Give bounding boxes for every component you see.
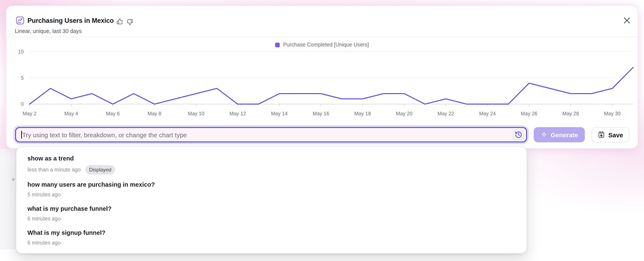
page-title: Purchasing Users in Mexico	[28, 17, 114, 24]
history-query: what is my purchase funnel?	[28, 204, 516, 213]
svg-text:5: 5	[21, 75, 24, 81]
svg-text:May 30: May 30	[604, 111, 621, 116]
ai-prompt-field[interactable]	[15, 127, 527, 142]
screen: + Purchasing Users in Mexico	[0, 0, 644, 261]
svg-text:May 2: May 2	[22, 111, 36, 116]
prompt-input[interactable]	[22, 131, 512, 138]
svg-text:May 24: May 24	[479, 111, 496, 116]
chart-subtitle: Linear, unique, last 30 days	[15, 28, 82, 34]
page-left-gutter	[0, 149, 16, 249]
svg-text:May 16: May 16	[313, 111, 330, 116]
trend-chart-svg: 0510May 2May 4May 6May 8May 10May 12May …	[6, 48, 638, 120]
history-timestamp: 6 minutes ago	[28, 240, 61, 247]
history-clock-icon	[514, 131, 522, 139]
history-timestamp: 6 minutes ago	[28, 215, 61, 223]
sparkle-icon	[540, 131, 548, 138]
svg-text:May 22: May 22	[438, 111, 454, 116]
thumbs-up-icon[interactable]	[117, 18, 123, 24]
history-button[interactable]	[512, 129, 524, 140]
history-query: What is my signup funnel?	[28, 229, 516, 237]
header-divider	[6, 37, 638, 37]
generate-button-label: Generate	[550, 131, 578, 138]
history-item[interactable]: how many users are purchasing in mexico?…	[16, 177, 526, 202]
svg-text:May 4: May 4	[64, 111, 78, 116]
history-item[interactable]: what is my purchase funnel? 6 minutes ag…	[16, 202, 526, 226]
svg-text:May 18: May 18	[354, 111, 371, 116]
svg-text:10: 10	[18, 49, 24, 54]
generate-button[interactable]: Generate	[534, 127, 585, 142]
thumbs-down-icon[interactable]	[127, 19, 133, 25]
svg-text:May 8: May 8	[148, 111, 161, 116]
save-button[interactable]: Save	[592, 127, 629, 142]
save-icon	[598, 131, 605, 139]
history-query: how many users are purchasing in mexico?	[28, 180, 516, 189]
legend-swatch	[275, 42, 280, 47]
svg-text:May 20: May 20	[396, 111, 413, 116]
save-button-label: Save	[608, 131, 623, 138]
history-item[interactable]: show as a trend less than a minute ago D…	[16, 151, 526, 177]
svg-text:May 6: May 6	[106, 111, 120, 116]
svg-text:May 26: May 26	[521, 111, 538, 116]
chart-card: Purchasing Users in Mexico Linear, uniqu…	[6, 6, 638, 148]
chart-type-icon	[16, 16, 24, 24]
history-timestamp: 5 minutes ago	[28, 191, 61, 199]
history-query: show as a trend	[28, 154, 516, 163]
svg-text:May 14: May 14	[271, 111, 288, 116]
history-timestamp: less than a minute ago	[28, 166, 81, 173]
svg-text:May 10: May 10	[188, 111, 204, 116]
displayed-badge: Displayed	[85, 165, 115, 174]
svg-text:May 12: May 12	[230, 111, 246, 116]
svg-text:May 28: May 28	[562, 111, 579, 116]
chart-legend: Purchase Completed [Unique Users]	[6, 42, 638, 48]
close-icon[interactable]	[624, 17, 630, 24]
prompt-history-dropdown: show as a trend less than a minute ago D…	[16, 147, 527, 254]
history-item[interactable]: What is my signup funnel? 6 minutes ago	[16, 226, 526, 250]
svg-text:0: 0	[21, 101, 24, 107]
background-plus-glyph: +	[12, 176, 15, 183]
legend-label: Purchase Completed [Unique Users]	[283, 42, 369, 48]
